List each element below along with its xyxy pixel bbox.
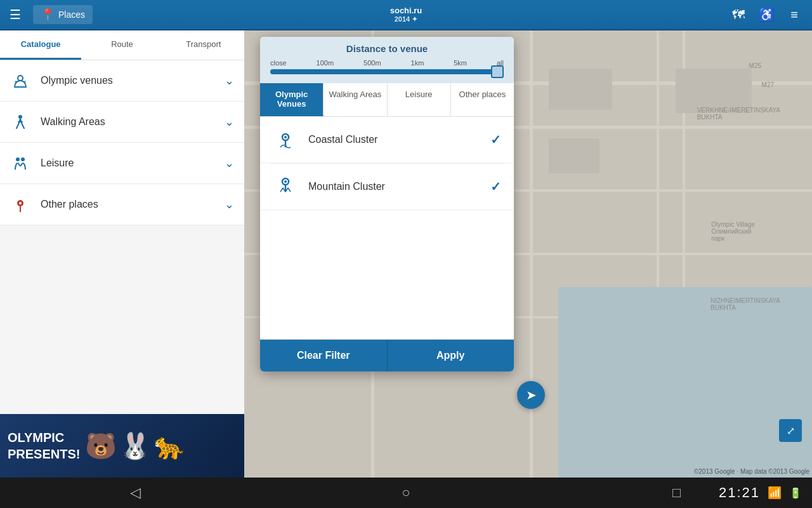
modal-tabs: Olympic Venues Walking Areas Leisure Oth… [260,83,514,117]
mountain-cluster-name: Mountain Cluster [308,181,480,192]
chevron-leisure: ⌄ [225,156,234,170]
svg-point-1 [15,81,17,83]
logo-line2: 2014 ✦ [390,15,422,23]
map-credit: ©2013 Google · Map data ©2013 Google [694,468,809,475]
time-display: 21:21 [719,485,760,501]
sidebar: Catalogue Route Transport Olympic venues… [0,30,244,478]
sidebar-item-olympic-venues[interactable]: Olympic venues ⌄ [0,60,244,102]
svg-point-5 [21,157,25,161]
walking-areas-icon [10,112,30,132]
coastal-cluster-icon [273,127,298,152]
svg-point-2 [23,81,26,83]
back-button[interactable]: ◁ [0,478,271,508]
wifi-icon: 📶 [768,486,782,500]
apply-button[interactable]: Apply [388,340,514,371]
top-bar-right: 🗺 ♿ ≡ [726,2,812,27]
modal-distance-section: Distance to venue close 100m 500m 1km 5k… [260,37,514,83]
bottom-bar: ◁ ○ □ 21:21 📶 🔋 [0,478,812,508]
mountain-cluster-icon [273,174,298,199]
filter-modal: Distance to venue close 100m 500m 1km 5k… [260,37,514,371]
menu-button[interactable]: ☰ [0,0,30,30]
distance-title: Distance to venue [270,43,504,54]
olympic-venues-icon [10,70,30,91]
slider-label-500m: 500m [363,59,381,67]
tab-catalogue[interactable]: Catalogue [0,30,81,60]
expand-map-button[interactable]: ⤢ [779,419,802,442]
slider-thumb[interactable] [491,65,504,78]
places-label: Places [58,10,85,20]
recents-icon: □ [672,485,681,501]
chevron-olympic-venues: ⌄ [225,74,234,88]
sidebar-label-olympic-venues: Olympic venues [41,75,214,86]
venue-list: Coastal Cluster ✓ Mountain Cluster [260,117,514,339]
location-button[interactable]: ➤ [517,381,545,409]
back-icon: ◁ [130,485,141,501]
ad-mascots: 🐻 🐰 🐆 [85,431,185,461]
home-icon: ○ [402,485,410,501]
location-icon: 📍 [41,8,55,22]
modal-tab-walking-areas[interactable]: Walking Areas [324,83,387,116]
sochi-logo: sochi.ru 2014 ✦ [390,6,422,24]
menu-icon-btn[interactable]: ≡ [782,2,807,27]
places-button[interactable]: 📍 Places [33,5,93,24]
modal-tab-leisure[interactable]: Leisure [388,83,451,116]
status-area: 21:21 📶 🔋 [719,485,802,501]
chevron-other-places: ⌄ [225,197,234,211]
svg-point-7 [19,202,22,204]
main-content: Catalogue Route Transport Olympic venues… [0,30,812,478]
modal-footer: Clear Filter Apply [260,339,514,371]
sidebar-item-leisure[interactable]: Leisure ⌄ [0,143,244,184]
svg-point-0 [18,76,23,81]
clear-filter-button[interactable]: Clear Filter [260,340,388,371]
person-icon-btn[interactable]: ♿ [754,2,779,27]
battery-icon: 🔋 [789,487,802,499]
slider-labels: close 100m 500m 1km 5km all [270,59,504,67]
coastal-cluster-name: Coastal Cluster [308,134,480,145]
slider-label-5km: 5km [454,59,467,67]
location-arrow-icon: ➤ [526,387,537,403]
slider-label-100m: 100m [317,59,334,67]
venue-item-coastal[interactable]: Coastal Cluster ✓ [260,117,514,163]
leisure-icon [10,153,30,173]
hamburger-icon: ☰ [10,7,21,22]
other-places-icon [10,194,30,215]
svg-point-4 [16,157,20,161]
coastal-check: ✓ [490,132,501,147]
slider-fill [270,69,504,74]
slider-label-close: close [270,59,287,67]
modal-tab-other-places[interactable]: Other places [451,83,514,116]
tab-transport[interactable]: Transport [163,30,244,60]
ad-banner: OLYMPICPRESENTS! 🐻 🐰 🐆 [0,414,244,478]
venue-item-mountain[interactable]: Mountain Cluster ✓ [260,164,514,210]
mountain-check: ✓ [490,179,501,194]
modal-tab-olympic-venues[interactable]: Olympic Venues [260,83,324,116]
sidebar-label-leisure: Leisure [41,157,214,169]
svg-point-11 [284,180,287,183]
expand-icon: ⤢ [787,425,795,437]
logo-line1: sochi.ru [390,6,422,16]
sidebar-item-other-places[interactable]: Other places ⌄ [0,184,244,225]
sidebar-label-walking-areas: Walking Areas [41,116,214,128]
top-bar: ☰ 📍 Places sochi.ru 2014 ✦ 🗺 ♿ ≡ [0,0,812,30]
map-area: M25 M27 VERKHNE-IMERETINSKAYABUKHTA Olym… [244,30,812,478]
home-button[interactable]: ○ [271,478,542,508]
ad-text: OLYMPICPRESENTS! [8,429,80,462]
svg-point-9 [284,136,287,138]
tab-route[interactable]: Route [81,30,162,60]
slider-label-1km: 1km [411,59,424,67]
sidebar-item-walking-areas[interactable]: Walking Areas ⌄ [0,102,244,143]
map-icon-btn[interactable]: 🗺 [726,2,751,27]
chevron-walking-areas: ⌄ [225,115,234,129]
sidebar-tabs: Catalogue Route Transport [0,30,244,60]
distance-slider[interactable] [270,69,504,74]
sidebar-label-other-places: Other places [41,199,214,210]
